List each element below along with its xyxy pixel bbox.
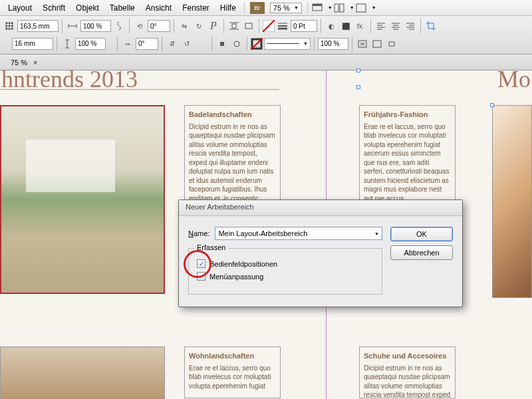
- wrap-around-icon[interactable]: [230, 37, 243, 51]
- ref-point-icon[interactable]: [3, 19, 16, 33]
- checkbox-label: Menüanpassung: [209, 273, 263, 281]
- wrap-jump-icon[interactable]: [215, 37, 229, 51]
- name-combobox[interactable]: Mein Layout-Arbeitsbereich ▼: [215, 227, 382, 240]
- heading: Frühjahrs-Fashion: [364, 110, 451, 120]
- dialog-right-col: OK Abbrechen: [390, 227, 453, 295]
- fx-icon[interactable]: fx.: [354, 19, 367, 33]
- separator: [117, 37, 118, 51]
- scale-x-icon: [66, 19, 79, 33]
- screen-mode-icon[interactable]: [311, 1, 324, 15]
- window-shape: [26, 140, 115, 192]
- corner-icon[interactable]: [242, 19, 255, 33]
- separator: [211, 37, 212, 51]
- align-left-icon[interactable]: [374, 19, 388, 33]
- ok-button[interactable]: OK: [390, 227, 453, 241]
- toolbar-row-2: 16 mm 100 % ⬰ 0° ⇵ ↺ ▼ 100 %: [3, 35, 529, 53]
- svg-point-10: [9, 25, 11, 27]
- svg-point-6: [6, 23, 8, 25]
- link-icon[interactable]: [112, 19, 126, 33]
- menu-objekt[interactable]: Objekt: [70, 2, 104, 14]
- checkbox-bedienfeld[interactable]: ✓: [197, 259, 205, 268]
- rotate-cw-icon[interactable]: ↻: [192, 19, 205, 33]
- scale-y-icon: [61, 37, 74, 51]
- stroke-weight-icon: [276, 19, 289, 33]
- page-title-right: Mo: [497, 65, 531, 93]
- svg-point-8: [11, 23, 13, 25]
- svg-point-14: [11, 28, 13, 30]
- zoom-dropdown[interactable]: 75 % ▼: [270, 3, 302, 13]
- separator: [129, 19, 130, 33]
- textframe-schuhe[interactable]: Schuhe und Accesoires Dicipid estrum in …: [359, 346, 456, 398]
- selection-handle[interactable]: [356, 68, 360, 72]
- shear-icon: ⬰: [121, 37, 134, 51]
- arrange-icon[interactable]: [332, 1, 346, 15]
- dialog-titlebar[interactable]: Neuer Arbeitsbereich: [179, 200, 462, 216]
- scale-y-field[interactable]: 100 %: [75, 38, 106, 50]
- rotate-ccw-icon[interactable]: ↺: [180, 37, 194, 51]
- fit-frame-icon[interactable]: [370, 37, 384, 51]
- separator: [62, 19, 63, 33]
- flip-h-icon[interactable]: ⇋: [178, 19, 191, 33]
- stroke-style-field[interactable]: ▼: [264, 38, 311, 50]
- menubar: Layout Schrift Objekt Tabelle Ansicht Fe…: [0, 0, 532, 16]
- stroke-pt-field[interactable]: 0 Pt: [291, 20, 317, 32]
- zoom-value: 75 %: [273, 4, 290, 12]
- opacity-field[interactable]: 100 %: [318, 38, 348, 50]
- text-wrap-icon[interactable]: [227, 19, 241, 33]
- rotate-field[interactable]: 0°: [148, 20, 170, 32]
- image-frame-wohn[interactable]: [0, 346, 165, 399]
- menu-fenster[interactable]: Fenster: [177, 2, 215, 14]
- svg-point-12: [6, 28, 8, 30]
- selection-handle[interactable]: [490, 103, 494, 107]
- svg-rect-3: [340, 4, 344, 12]
- x-field[interactable]: 163,5 mm: [17, 20, 59, 32]
- separator: [370, 19, 371, 33]
- svg-rect-36: [220, 42, 224, 46]
- crop-icon[interactable]: [424, 19, 438, 33]
- shear-field[interactable]: 0°: [136, 38, 158, 50]
- svg-rect-15: [232, 24, 236, 28]
- spacer: [3, 37, 11, 51]
- name-value: Mein Layout-Arbeitsbereich: [218, 229, 307, 237]
- align-right-icon[interactable]: [404, 19, 417, 33]
- checkbox-menue[interactable]: ✓: [197, 272, 205, 281]
- selection-handle[interactable]: [356, 85, 360, 89]
- body-text: Dicipid estrum in re nos as quaeptaqui n…: [364, 364, 451, 399]
- cancel-button[interactable]: Abbrechen: [390, 245, 453, 260]
- menu-ansicht[interactable]: Ansicht: [140, 2, 177, 14]
- flip-v-icon[interactable]: ⇵: [166, 37, 179, 51]
- separator: [223, 19, 224, 33]
- image-frame-bathroom[interactable]: [0, 105, 165, 294]
- bridge-icon[interactable]: Br: [250, 2, 265, 14]
- toolbar-row-1: 163,5 mm 100 % ⟲ 0° ⇋ ↻ P 0 Pt ◐ ⬛ fx.: [3, 17, 529, 35]
- checkbox-label: Bedienfeldpositionen: [209, 260, 277, 268]
- view-icon[interactable]: [354, 1, 368, 15]
- menu-hilfe[interactable]: Hilfe: [215, 2, 241, 14]
- textframe-wohn[interactable]: Wohnlandschaften Erae re et laccus, serr…: [184, 346, 281, 398]
- y-field[interactable]: 16 mm: [12, 38, 53, 50]
- scale-x-field[interactable]: 100 %: [80, 20, 111, 32]
- rotate-icon: ⟲: [133, 19, 146, 33]
- menu-schrift[interactable]: Schrift: [37, 2, 70, 14]
- menu-tabelle[interactable]: Tabelle: [104, 2, 140, 14]
- image-frame-fashion[interactable]: [492, 105, 532, 298]
- effects-icon[interactable]: ◐: [325, 19, 338, 33]
- control-panel: 163,5 mm 100 % ⟲ 0° ⇋ ↻ P 0 Pt ◐ ⬛ fx. 1…: [0, 16, 532, 55]
- svg-rect-41: [373, 41, 381, 47]
- fill-swatch[interactable]: [263, 20, 275, 32]
- heading: Schuhe und Accesoires: [364, 351, 451, 361]
- chevron-down-icon: ▼: [294, 5, 299, 10]
- separator: [420, 19, 421, 33]
- align-center-icon[interactable]: [389, 19, 402, 33]
- chevron-down-icon: ▼: [372, 5, 376, 10]
- center-content-icon[interactable]: [385, 37, 398, 51]
- menu-layout[interactable]: Layout: [3, 2, 37, 14]
- dialog-neuer-arbeitsbereich: Neuer Arbeitsbereich Name: Mein Layout-A…: [178, 200, 463, 307]
- separator: [352, 37, 352, 51]
- fit-content-icon[interactable]: [356, 37, 369, 51]
- paragraph-icon[interactable]: P: [207, 19, 220, 33]
- stroke-swatch[interactable]: [251, 38, 263, 50]
- drop-shadow-icon[interactable]: ⬛: [339, 19, 352, 33]
- body-text: Erae re et laccus, serro quo blab invele…: [189, 364, 276, 391]
- svg-point-9: [6, 25, 8, 27]
